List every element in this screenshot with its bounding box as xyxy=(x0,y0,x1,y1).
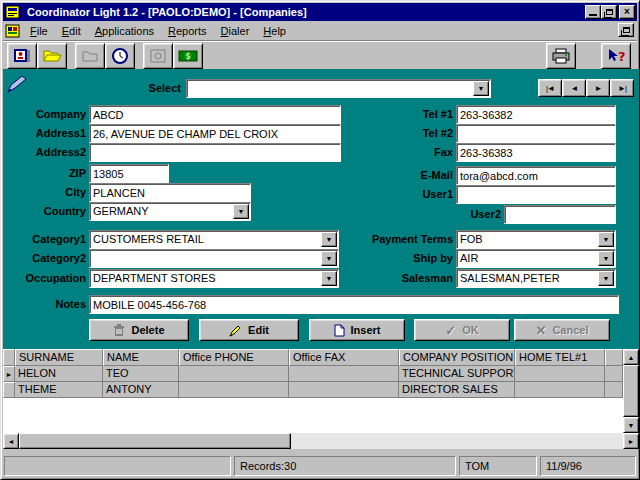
cell-company-position[interactable]: TECHNICAL SUPPORT xyxy=(399,366,515,382)
nav-next-button[interactable]: ► xyxy=(586,79,610,97)
cell-name[interactable]: TEO xyxy=(103,366,179,382)
address1-label: Address1 xyxy=(36,127,86,139)
salesman-select[interactable]: SALESMAN,PETER ▼ xyxy=(456,269,616,288)
nav-last-button[interactable]: ►| xyxy=(610,79,634,97)
clock-icon xyxy=(110,47,130,65)
user2-label: User2 xyxy=(470,208,501,220)
dropdown-icon[interactable]: ▼ xyxy=(598,232,614,247)
fax-input[interactable] xyxy=(456,143,616,162)
payment-terms-select[interactable]: FOB ▼ xyxy=(456,230,616,249)
select-combobox[interactable]: ▼ xyxy=(186,79,491,98)
grid-header-row: SURNAME NAME Office PHONE Office FAX COM… xyxy=(3,349,623,366)
menu-dialer[interactable]: Dialer xyxy=(214,22,257,39)
grid-empty-area xyxy=(3,398,623,433)
cell-surname[interactable]: HELON xyxy=(15,366,103,382)
company-input[interactable] xyxy=(89,105,341,124)
scroll-up-icon[interactable]: ▲ xyxy=(623,349,639,365)
dropdown-icon[interactable]: ▼ xyxy=(598,271,614,286)
scroll-down-icon[interactable]: ▼ xyxy=(623,417,639,433)
dropdown-icon[interactable]: ▼ xyxy=(473,81,489,96)
insert-button[interactable]: Insert xyxy=(309,319,405,341)
country-select[interactable]: GERMANY ▼ xyxy=(89,202,251,221)
category2-select[interactable]: ▼ xyxy=(89,249,339,268)
print-button[interactable] xyxy=(546,43,576,69)
nav-prev-button[interactable]: ◄ xyxy=(562,79,586,97)
address2-label: Address2 xyxy=(36,146,86,158)
occupation-select[interactable]: DEPARTMENT STORES ▼ xyxy=(89,269,339,288)
cell-office-fax[interactable] xyxy=(289,366,399,382)
address1-input[interactable] xyxy=(89,124,341,143)
vertical-scroll-thumb[interactable] xyxy=(623,365,639,417)
close-button[interactable]: × xyxy=(619,5,635,19)
grid-row-2[interactable]: THEME ANTONY DIRECTOR SALES xyxy=(3,382,623,398)
cell-home-tel1[interactable] xyxy=(515,382,605,398)
user2-input[interactable] xyxy=(504,205,616,224)
menu-file[interactable]: File xyxy=(23,22,55,39)
restore-button[interactable] xyxy=(601,5,617,19)
notes-input[interactable] xyxy=(89,295,619,314)
menu-applications[interactable]: Applications xyxy=(88,22,161,39)
category1-select[interactable]: CUSTOMERS RETAIL ▼ xyxy=(89,230,339,249)
delete-button[interactable]: Delete xyxy=(89,319,189,341)
dropdown-icon[interactable]: ▼ xyxy=(321,251,337,266)
horizontal-scroll-thumb[interactable] xyxy=(19,433,291,449)
email-input[interactable] xyxy=(456,166,616,185)
menu-help[interactable]: Help xyxy=(256,22,293,39)
open-folder-button[interactable] xyxy=(37,43,67,69)
city-input[interactable] xyxy=(89,183,251,202)
zip-input[interactable] xyxy=(89,164,169,183)
dropdown-icon[interactable]: ▼ xyxy=(233,204,249,219)
scroll-right-icon[interactable]: ► xyxy=(623,433,639,449)
col-name[interactable]: NAME xyxy=(103,349,179,366)
dropdown-icon[interactable]: ▼ xyxy=(321,271,337,286)
col-home-tel1[interactable]: HOME TEL#1 xyxy=(515,349,605,366)
category2-value xyxy=(90,250,320,267)
cell-office-phone[interactable] xyxy=(179,366,289,382)
address-book-button[interactable] xyxy=(7,43,37,69)
col-company-position[interactable]: COMPANY POSITION xyxy=(399,349,515,366)
status-panel-empty xyxy=(4,456,231,476)
notes-label: Notes xyxy=(55,298,86,310)
cell-company-position[interactable]: DIRECTOR SALES xyxy=(399,382,515,398)
address2-input[interactable] xyxy=(89,143,341,162)
cell-office-fax[interactable] xyxy=(289,382,399,398)
cancel-button[interactable]: ✕ Cancel xyxy=(514,319,610,341)
tel2-input[interactable] xyxy=(456,124,616,143)
cell-home-tel1[interactable] xyxy=(515,366,605,382)
cell-name[interactable]: ANTONY xyxy=(103,382,179,398)
cell-surname[interactable]: THEME xyxy=(15,382,103,398)
cell-office-phone[interactable] xyxy=(179,382,289,398)
safe-button[interactable] xyxy=(143,43,173,69)
menu-reports[interactable]: Reports xyxy=(161,22,214,39)
dropdown-icon[interactable]: ▼ xyxy=(598,251,614,266)
dropdown-icon[interactable]: ▼ xyxy=(321,232,337,247)
ok-button[interactable]: ✓ OK xyxy=(414,319,510,341)
menu-edit[interactable]: Edit xyxy=(55,22,88,39)
minimize-button[interactable] xyxy=(585,5,601,19)
money-button[interactable]: $ xyxy=(173,43,203,69)
category1-label: Category1 xyxy=(32,233,86,245)
tel1-input[interactable] xyxy=(456,105,616,124)
ship-by-select[interactable]: AIR ▼ xyxy=(456,249,616,268)
grid-vertical-scrollbar[interactable]: ▲ ▼ xyxy=(623,349,639,433)
occupation-value: DEPARTMENT STORES xyxy=(90,270,320,287)
country-value: GERMANY xyxy=(90,203,232,220)
menubar: File Edit Applications Reports Dialer He… xyxy=(3,21,637,40)
horizontal-scroll-track[interactable] xyxy=(291,433,623,449)
mdi-restore-button[interactable] xyxy=(618,23,634,37)
col-surname[interactable]: SURNAME xyxy=(15,349,103,366)
col-office-phone[interactable]: Office PHONE xyxy=(179,349,289,366)
grid-row-1[interactable]: ► HELON TEO TECHNICAL SUPPORT xyxy=(3,366,623,382)
clock-button[interactable] xyxy=(105,43,135,69)
salesman-label: Salesman xyxy=(402,272,453,284)
edit-button[interactable]: Edit xyxy=(199,319,299,341)
scroll-left-icon[interactable]: ◄ xyxy=(3,433,19,449)
col-office-fax[interactable]: Office FAX xyxy=(289,349,399,366)
horizontal-scrollbar[interactable]: ◄ ► xyxy=(3,433,639,449)
help-button[interactable]: ? xyxy=(601,43,631,69)
status-date: 11/9/96 xyxy=(540,456,636,476)
user1-input[interactable] xyxy=(456,185,616,204)
salesman-value: SALESMAN,PETER xyxy=(457,270,597,287)
nav-first-button[interactable]: |◄ xyxy=(538,79,562,97)
closed-folder-button[interactable] xyxy=(75,43,105,69)
